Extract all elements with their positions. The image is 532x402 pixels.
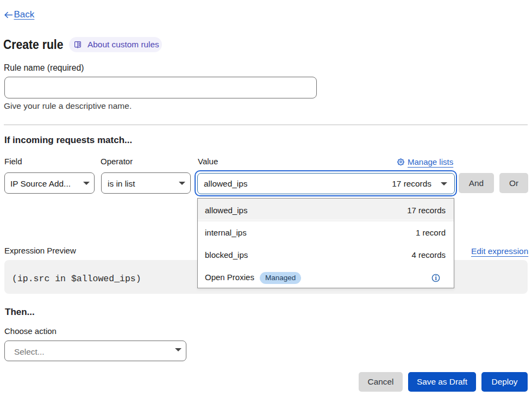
svg-text:i: i (435, 275, 437, 281)
